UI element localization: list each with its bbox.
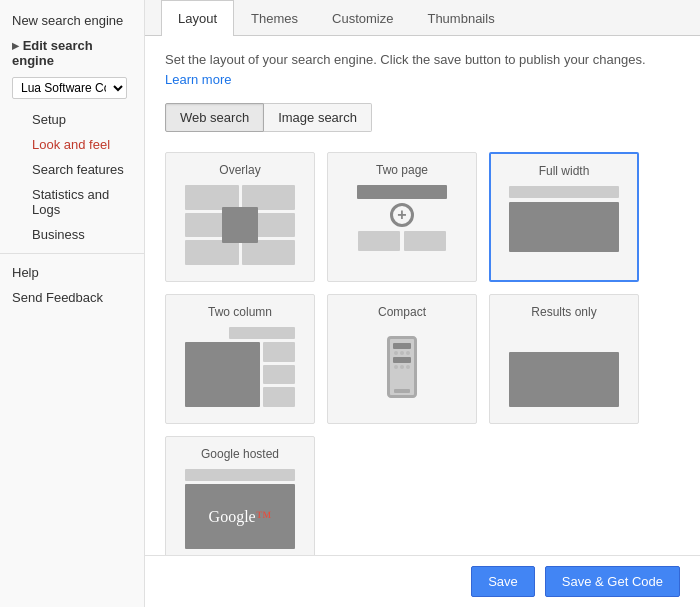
layout-card-two-column[interactable]: Two column [165,294,315,424]
gh-main-block: Google™ [185,484,295,549]
sidebar-item-setup[interactable]: Setup [20,107,144,132]
sidebar-item-help[interactable]: Help [0,260,144,285]
google-hosted-preview: Google™ [185,469,295,549]
sidebar-item-send-feedback[interactable]: Send Feedback [0,285,144,310]
fw-top-bar [509,186,619,198]
save-get-code-button[interactable]: Save & Get Code [545,566,680,597]
image-search-button[interactable]: Image search [264,103,372,132]
layout-overlay-title: Overlay [219,163,260,177]
layout-two-column-title: Two column [208,305,272,319]
google-logo-text: Google™ [209,508,272,526]
sidebar: New search engine ▸ Edit search engine L… [0,0,145,607]
compact-dot-row [393,351,411,355]
two-page-bar [357,185,447,199]
engine-selector[interactable]: Lua Software Code [12,77,132,99]
overlay-cell [242,185,296,210]
engine-select[interactable]: Lua Software Code [12,77,127,99]
compact-dot-row [393,365,411,369]
sidebar-item-business[interactable]: Business [20,222,144,247]
content-description: Set the layout of your search engine. Cl… [165,50,680,89]
layout-grid: Overlay Two [165,152,680,555]
layout-full-width-title: Full width [539,164,590,178]
tab-thumbnails[interactable]: Thumbnails [410,0,511,36]
fw-main-block [509,202,619,252]
overlay-preview [185,185,295,265]
tc-top-bar [229,327,295,339]
layout-results-only-title: Results only [531,305,596,319]
layout-compact-title: Compact [378,305,426,319]
sidebar-item-statistics-logs[interactable]: Statistics and Logs [20,182,144,222]
compact-dot [394,351,398,355]
sidebar-divider [0,253,144,254]
two-page-plus-icon: + [390,203,414,227]
two-page-cols [358,231,446,251]
sidebar-item-look-and-feel[interactable]: Look and feel [20,132,144,157]
tc-right-cell [263,365,295,385]
compact-bottom-indicator [394,389,410,393]
tc-right-cell [263,342,295,362]
compact-dot [400,365,404,369]
layout-card-overlay[interactable]: Overlay [165,152,315,282]
two-col-preview [185,327,295,407]
overlay-center-block [222,207,258,243]
compact-preview [347,327,457,407]
overlay-cell [185,240,239,265]
tab-themes[interactable]: Themes [234,0,315,36]
content-area: Set the layout of your search engine. Cl… [145,36,700,555]
two-page-col [404,231,446,251]
full-width-preview [509,186,619,266]
web-search-button[interactable]: Web search [165,103,264,132]
compact-phone [387,336,417,398]
learn-more-link[interactable]: Learn more [165,72,231,87]
overlay-cell [185,185,239,210]
tc-right-cell [263,387,295,407]
ro-main-block [509,352,619,407]
tc-right-block [263,342,295,407]
layout-card-google-hosted[interactable]: Google hosted Google™ [165,436,315,555]
layout-two-page-title: Two page [376,163,428,177]
compact-dot [406,351,410,355]
compact-dot [406,365,410,369]
search-type-buttons: Web search Image search [165,103,680,132]
tabs-bar: Layout Themes Customize Thumbnails [145,0,700,36]
two-page-preview: + [347,185,457,265]
overlay-cell [242,240,296,265]
sidebar-item-search-features[interactable]: Search features [20,157,144,182]
compact-dot [394,365,398,369]
layout-google-hosted-title: Google hosted [201,447,279,461]
compact-dot [400,351,404,355]
compact-bar [393,343,411,349]
sidebar-item-edit-search-engine[interactable]: ▸ Edit search engine [0,33,144,73]
layout-card-two-page[interactable]: Two page + [327,152,477,282]
bottom-bar: Save Save & Get Code [145,555,700,607]
layout-card-full-width[interactable]: Full width [489,152,639,282]
save-button[interactable]: Save [471,566,535,597]
layout-card-results-only[interactable]: Results only [489,294,639,424]
two-page-col [358,231,400,251]
layout-card-compact[interactable]: Compact [327,294,477,424]
tab-customize[interactable]: Customize [315,0,410,36]
sidebar-item-new-search-engine[interactable]: New search engine [0,8,144,33]
compact-bar [393,357,411,363]
results-only-preview [509,327,619,407]
app-container: New search engine ▸ Edit search engine L… [0,0,700,607]
tc-main [185,342,295,407]
main-area: Layout Themes Customize Thumbnails Set t… [145,0,700,607]
sidebar-arrow-icon: ▸ [12,38,23,53]
tab-layout[interactable]: Layout [161,0,234,36]
tc-left-block [185,342,260,407]
gh-bar [185,469,295,481]
